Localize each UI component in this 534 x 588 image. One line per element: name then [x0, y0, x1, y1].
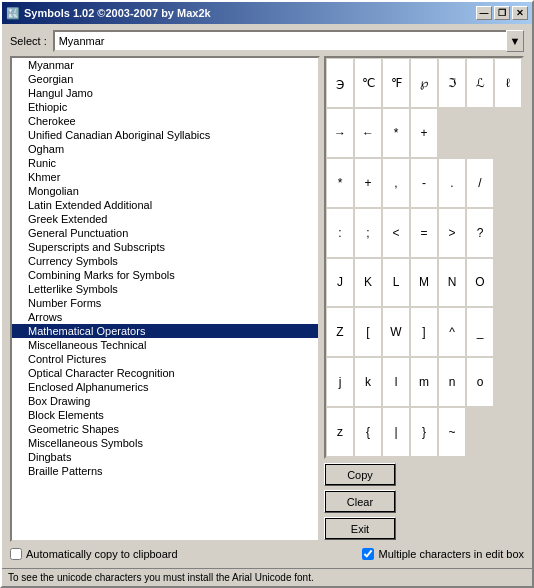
minimize-button[interactable]: — — [476, 6, 492, 20]
char-cell[interactable]: ℒ — [466, 58, 494, 108]
auto-copy-label[interactable]: Automatically copy to clipboard — [26, 548, 178, 560]
multiple-chars-checkbox[interactable] — [362, 548, 374, 560]
char-cell[interactable]: { — [354, 407, 382, 457]
list-item[interactable]: Georgian — [12, 72, 318, 86]
list-item[interactable]: Ethiopic — [12, 100, 318, 114]
list-item[interactable]: General Punctuation — [12, 226, 318, 240]
char-cell[interactable]: m — [410, 357, 438, 407]
char-cell[interactable]: / — [466, 158, 494, 208]
multiple-chars-label[interactable]: Multiple characters in edit box — [378, 548, 524, 560]
char-cell[interactable]: > — [438, 208, 466, 258]
char-cell[interactable]: } — [410, 407, 438, 457]
char-cell[interactable]: - — [410, 158, 438, 208]
char-cell[interactable]: ℘ — [410, 58, 438, 108]
char-cell — [438, 108, 466, 158]
char-cell[interactable]: k — [354, 357, 382, 407]
list-item[interactable]: Currency Symbols — [12, 254, 318, 268]
char-cell[interactable]: ℑ — [438, 58, 466, 108]
char-cell[interactable]: O — [466, 258, 494, 308]
restore-button[interactable]: ❐ — [494, 6, 510, 20]
char-cell[interactable]: j — [326, 357, 354, 407]
char-cell[interactable]: ℃ — [354, 58, 382, 108]
char-cell[interactable]: L — [382, 258, 410, 308]
list-item[interactable]: Runic — [12, 156, 318, 170]
char-cell[interactable]: W — [382, 307, 410, 357]
char-cell[interactable]: < — [382, 208, 410, 258]
char-cell[interactable]: N — [438, 258, 466, 308]
char-cell[interactable]: Z — [326, 307, 354, 357]
list-item[interactable]: Unified Canadian Aboriginal Syllabics — [12, 128, 318, 142]
char-cell[interactable]: ? — [466, 208, 494, 258]
list-item[interactable]: Latin Extended Additional — [12, 198, 318, 212]
bottom-row: Automatically copy to clipboard Multiple… — [10, 546, 524, 562]
list-item[interactable]: Letterlike Symbols — [12, 282, 318, 296]
select-wrapper: MyanmarGeorgianHangul JamoEthiopicCherok… — [53, 30, 524, 52]
char-cell[interactable]: ℓ — [494, 58, 522, 108]
list-item[interactable]: Dingbats — [12, 450, 318, 464]
char-cell — [494, 357, 522, 407]
clear-button[interactable]: Clear — [324, 490, 396, 513]
select-label: Select : — [10, 35, 47, 47]
char-cell — [494, 307, 522, 357]
list-item[interactable]: Mathematical Operators — [12, 324, 318, 338]
list-item[interactable]: Control Pictures — [12, 352, 318, 366]
char-cell[interactable]: J — [326, 258, 354, 308]
dropdown-list[interactable]: MyanmarGeorgianHangul JamoEthiopicCherok… — [12, 58, 318, 540]
char-cell[interactable]: [ — [354, 307, 382, 357]
char-cell[interactable]: _ — [466, 307, 494, 357]
list-item[interactable]: Box Drawing — [12, 394, 318, 408]
char-cell[interactable]: ; — [354, 208, 382, 258]
list-item[interactable]: Geometric Shapes — [12, 422, 318, 436]
char-cell[interactable]: ← — [354, 108, 382, 158]
char-cell[interactable]: = — [410, 208, 438, 258]
list-item[interactable]: Ogham — [12, 142, 318, 156]
close-button[interactable]: ✕ — [512, 6, 528, 20]
char-cell[interactable]: z — [326, 407, 354, 457]
list-item[interactable]: Superscripts and Subscripts — [12, 240, 318, 254]
char-cell[interactable]: * — [326, 158, 354, 208]
list-item[interactable]: Miscellaneous Technical — [12, 338, 318, 352]
char-cell[interactable]: M — [410, 258, 438, 308]
auto-copy-checkbox[interactable] — [10, 548, 22, 560]
char-cell[interactable]: . — [438, 158, 466, 208]
charset-select[interactable]: MyanmarGeorgianHangul JamoEthiopicCherok… — [53, 30, 524, 52]
char-cell[interactable]: ℈ — [326, 58, 354, 108]
list-item[interactable]: Arrows — [12, 310, 318, 324]
char-cell[interactable]: l — [382, 357, 410, 407]
list-item[interactable]: Combining Marks for Symbols — [12, 268, 318, 282]
list-item[interactable]: Block Elements — [12, 408, 318, 422]
list-item[interactable]: Hangul Jamo — [12, 86, 318, 100]
list-item[interactable]: Khmer — [12, 170, 318, 184]
char-cell — [494, 108, 522, 158]
char-cell[interactable]: → — [326, 108, 354, 158]
char-cell[interactable]: K — [354, 258, 382, 308]
char-cell[interactable]: ^ — [438, 307, 466, 357]
char-cell — [466, 407, 494, 457]
list-item[interactable]: Enclosed Alphanumerics — [12, 380, 318, 394]
char-cell[interactable]: * — [382, 108, 410, 158]
char-cell[interactable]: ~ — [438, 407, 466, 457]
list-item[interactable]: Cherokee — [12, 114, 318, 128]
list-item[interactable]: Braille Patterns — [12, 464, 318, 478]
char-cell[interactable]: n — [438, 357, 466, 407]
list-item[interactable]: Optical Character Recognition — [12, 366, 318, 380]
char-cell[interactable]: ℉ — [382, 58, 410, 108]
list-item[interactable]: Myanmar — [12, 58, 318, 72]
right-buttons: Copy Clear Exit — [324, 463, 524, 542]
list-item[interactable]: Greek Extended — [12, 212, 318, 226]
char-cell[interactable]: | — [382, 407, 410, 457]
list-item[interactable]: Mongolian — [12, 184, 318, 198]
status-bar: To see the unicode characters you must i… — [2, 568, 532, 586]
char-cell[interactable]: + — [354, 158, 382, 208]
exit-button[interactable]: Exit — [324, 517, 396, 540]
char-cell[interactable]: ] — [410, 307, 438, 357]
char-cell — [494, 208, 522, 258]
char-cell[interactable]: , — [382, 158, 410, 208]
list-item[interactable]: Number Forms — [12, 296, 318, 310]
copy-button[interactable]: Copy — [324, 463, 396, 486]
list-item[interactable]: Miscellaneous Symbols — [12, 436, 318, 450]
char-cell[interactable]: o — [466, 357, 494, 407]
char-cell — [494, 258, 522, 308]
char-cell[interactable]: : — [326, 208, 354, 258]
char-cell[interactable]: + — [410, 108, 438, 158]
